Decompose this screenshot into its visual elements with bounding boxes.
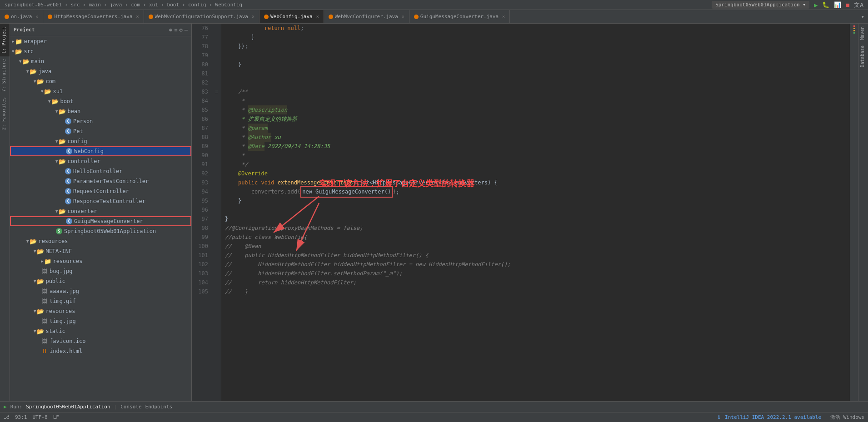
tab-webconfig[interactable]: WebConfig.java × — [259, 10, 324, 23]
tree-person[interactable]: C Person — [10, 116, 191, 126]
tree-favicon[interactable]: 🖼 favicon.ico — [10, 336, 191, 346]
tree-xu1[interactable]: ▼ 📂 xu1 — [10, 86, 191, 96]
tree-parametertestcontroller[interactable]: C ParameterTestController — [10, 176, 191, 186]
maven-tab[interactable]: Maven — [858, 24, 868, 43]
code-editor[interactable]: 实现了该方法，扩展了自定义类型的转换器 — [192, 24, 850, 401]
database-tab[interactable]: Database — [858, 43, 868, 70]
tree-bugjpg[interactable]: 🖼 bug.jpg — [10, 266, 191, 276]
stop-icon[interactable]: ■ — [846, 1, 849, 8]
bottom-line-sep: LF — [53, 414, 59, 420]
run-config-selector[interactable]: Springboot05Web01Application ▾ — [712, 1, 809, 9]
tab-close[interactable]: × — [316, 14, 319, 19]
tab-close[interactable]: × — [136, 14, 139, 19]
code-line-99: //public class WebConfig{ — [225, 233, 846, 242]
tree-wrapper[interactable]: ▶ 📁 wrapper — [10, 36, 191, 46]
right-tool-tabs: Maven Database — [858, 24, 868, 401]
tree-item-label: public — [45, 278, 65, 284]
tab-on-java[interactable]: on.java × — [0, 10, 43, 23]
bottom-encoding: UTF-8 — [33, 414, 48, 420]
folder-icon: 📁 — [44, 258, 51, 265]
tree-com[interactable]: ▼ 📂 com — [10, 76, 191, 86]
line-numbers: 76 77 78 79 80 81 82 83 84 85 86 87 88 8… — [192, 24, 212, 401]
tree-item-label: favicon.ico — [50, 338, 85, 344]
folder-icon: 📂 — [37, 78, 44, 85]
tab-label: on.java — [11, 14, 32, 20]
tree-resources1[interactable]: ▼ 📂 resources — [10, 236, 191, 246]
class-icon: C — [65, 128, 72, 135]
tab-guigumessageconverter[interactable]: GuiguMessageConverter.java × — [409, 10, 510, 23]
html-icon: H — [41, 348, 48, 355]
code-line-100: // @Bean — [225, 242, 846, 251]
tab-webmvcconfigurer[interactable]: WebMvcConfigurer.java × — [324, 10, 409, 23]
structure-tab[interactable]: 7: Structure — [0, 56, 10, 94]
warning-mark — [853, 28, 855, 29]
folder-icon: 📂 — [59, 108, 66, 115]
bottom-bar: ⎇ 93:1 UTF-8 LF ℹ IntelliJ IDEA 2022.2.1… — [0, 412, 868, 422]
tab-close[interactable]: × — [502, 14, 505, 19]
tree-controller[interactable]: ▼ 📂 controller — [10, 156, 191, 166]
collapse-icon[interactable]: ≡ — [174, 27, 177, 33]
java-file-icon — [414, 15, 419, 19]
intellij-notice[interactable]: ℹ IntelliJ IDEA 2022.2.1 available — [718, 414, 821, 420]
tab-close[interactable]: × — [402, 14, 404, 19]
tree-boot[interactable]: ▼ 📂 boot — [10, 96, 191, 106]
settings-icon[interactable]: ⚙ — [180, 27, 183, 33]
code-line-91: */ — [225, 160, 846, 169]
run-with-coverage-icon[interactable]: 📊 — [834, 1, 841, 8]
expand-icon[interactable]: ⊕ — [169, 27, 172, 33]
tab-bar: on.java × HttpMessageConverters.java × W… — [0, 10, 868, 24]
tree-item-label: controller — [67, 158, 100, 164]
endpoints-label[interactable]: Endpoints — [145, 404, 173, 410]
tree-timg-jpg[interactable]: 🖼 timg.jpg — [10, 316, 191, 326]
tree-item-label: java — [38, 68, 51, 74]
tree-aaaaa[interactable]: 🖼 aaaaa.jpg — [10, 286, 191, 296]
tree-hellocontroller[interactable]: C HelloController — [10, 166, 191, 176]
tab-close[interactable]: × — [252, 14, 254, 19]
folder-icon: 📁 — [15, 38, 22, 45]
tree-item-label: static — [45, 328, 65, 334]
tree-responcetest[interactable]: C ResponceTestController — [10, 196, 191, 206]
code-content[interactable]: return null; } }); — [221, 24, 850, 401]
tab-label: HttpMessageConverters.java — [54, 14, 132, 20]
tree-resources2[interactable]: ▶ 📁 resources — [10, 256, 191, 266]
arrow-icon: ▶ — [12, 39, 14, 44]
class-icon: C — [65, 218, 73, 225]
tree-indexhtml[interactable]: H index.html — [10, 346, 191, 356]
tab-httpmessageconverters[interactable]: HttpMessageConverters.java × — [43, 10, 144, 23]
arrow-icon: ▼ — [34, 249, 36, 253]
tab-close[interactable]: × — [35, 14, 38, 19]
tree-bean[interactable]: ▼ 📂 bean — [10, 106, 191, 116]
sidebar-header: Project ⊕ ≡ ⚙ — — [10, 24, 191, 36]
translate-icon[interactable]: 文A — [854, 1, 863, 9]
tree-src[interactable]: ▼ 📂 src — [10, 46, 191, 56]
run-icon[interactable]: ▶ — [814, 1, 818, 9]
tree-guigumessageconverter[interactable]: C GuiguMessageConverter — [10, 216, 191, 226]
right-error-panel — [850, 24, 858, 401]
console-label[interactable]: Console — [120, 404, 141, 410]
tree-springboot05app[interactable]: S Springboot05Web01Application — [10, 226, 191, 236]
bottom-git-icon: ⎇ — [4, 414, 10, 420]
tree-java[interactable]: ▼ 📂 java — [10, 66, 191, 76]
tree-pet[interactable]: C Pet — [10, 126, 191, 136]
tree-converter[interactable]: ▼ 📂 converter — [10, 206, 191, 216]
tree-public[interactable]: ▼ 📂 public — [10, 276, 191, 286]
tree-item-label: resources — [45, 308, 75, 314]
folder-icon: 📂 — [51, 98, 59, 105]
tree-requestcontroller[interactable]: C RequestController — [10, 186, 191, 196]
minus-icon[interactable]: — — [185, 27, 188, 33]
tree-static[interactable]: ▼ 📂 static — [10, 326, 191, 336]
debug-icon[interactable]: 🐛 — [822, 1, 829, 8]
tree-metainf[interactable]: ▼ 📂 META-INF — [10, 246, 191, 256]
favorites-tab[interactable]: 2: Favorites — [0, 94, 10, 133]
tree-main[interactable]: ▼ 📂 main — [10, 56, 191, 66]
tree-item-label: GuiguMessageConverter — [74, 218, 143, 224]
tree-webconfig[interactable]: C WebConfig — [10, 146, 191, 156]
tree-item-label: aaaaa.jpg — [50, 288, 79, 294]
code-line-102: // HiddenHttpMethodFilter hiddenHttpMeth… — [225, 260, 846, 269]
tab-overflow-btn[interactable]: ▾ — [858, 10, 868, 23]
tree-timg-gif[interactable]: 🖼 timg.gif — [10, 296, 191, 306]
tree-resources3[interactable]: ▼ 📂 resources — [10, 306, 191, 316]
project-tab[interactable]: 1: Project — [0, 24, 10, 56]
tree-config[interactable]: ▼ 📂 config — [10, 136, 191, 146]
tab-webmvcconfigurationsupport[interactable]: WebMvcConfigurationSupport.java × — [144, 10, 259, 23]
